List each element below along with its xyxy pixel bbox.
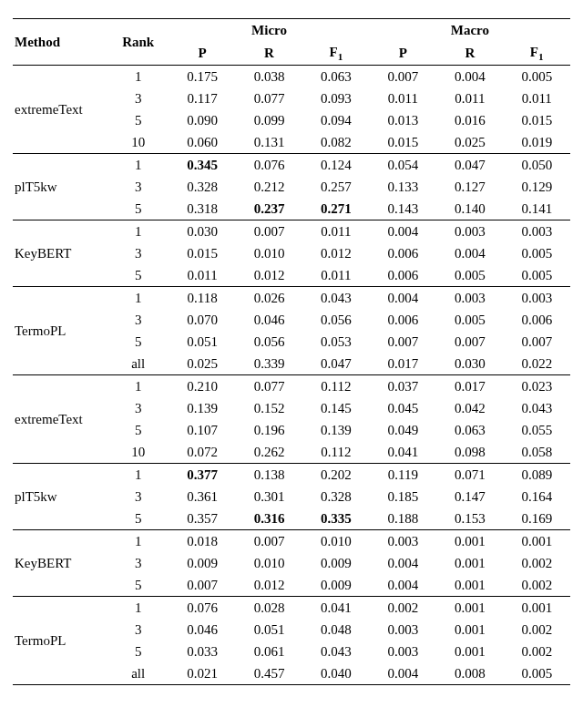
value-cell: 0.164	[504, 486, 570, 508]
value-cell: 0.262	[236, 441, 302, 464]
value-cell: 0.009	[169, 552, 235, 574]
value-cell: 0.005	[436, 264, 503, 287]
value-cell: 0.145	[302, 397, 369, 419]
value-cell: 0.026	[236, 287, 302, 310]
value-cell: 0.202	[302, 464, 369, 487]
value-cell: 0.089	[504, 464, 570, 487]
rank-cell: 1	[107, 220, 169, 243]
table-row: TermoPL10.1180.0260.0430.0040.0030.003	[13, 287, 570, 310]
value-cell: 0.012	[236, 264, 302, 287]
value-cell: 0.006	[370, 264, 436, 287]
value-cell: 0.001	[504, 597, 570, 620]
header-micro-p: P	[169, 41, 235, 66]
value-cell: 0.071	[436, 464, 503, 487]
value-cell: 0.090	[169, 109, 235, 131]
value-cell: 0.025	[169, 353, 235, 375]
value-cell: 0.050	[504, 154, 570, 177]
value-cell: 0.010	[236, 552, 302, 574]
value-cell: 0.003	[504, 220, 570, 243]
rank-cell: 1	[107, 530, 169, 553]
value-cell: 0.018	[169, 530, 235, 553]
rank-cell: 3	[107, 397, 169, 419]
value-cell: 0.082	[302, 131, 369, 154]
value-cell: 0.022	[504, 353, 570, 375]
value-cell: 0.021	[169, 662, 235, 685]
value-cell: 0.010	[302, 530, 369, 553]
value-cell: 0.043	[302, 641, 369, 662]
value-cell: 0.047	[302, 353, 369, 375]
rank-cell: 3	[107, 552, 169, 574]
value-cell: 0.457	[236, 662, 302, 685]
value-cell: 0.002	[370, 597, 436, 620]
method-cell: KeyBERT	[13, 530, 107, 597]
value-cell: 0.094	[302, 109, 369, 131]
value-cell: 0.076	[236, 154, 302, 177]
value-cell: 0.056	[302, 309, 369, 331]
value-cell: 0.006	[504, 309, 570, 331]
value-cell: 0.007	[370, 66, 436, 88]
value-cell: 0.006	[370, 242, 436, 264]
value-cell: 0.058	[504, 441, 570, 464]
value-cell: 0.001	[436, 552, 503, 574]
value-cell: 0.004	[370, 574, 436, 597]
value-cell: 0.131	[236, 131, 302, 154]
rank-cell: 5	[107, 331, 169, 353]
method-cell: TermoPL	[13, 597, 107, 685]
rank-cell: 3	[107, 619, 169, 641]
value-cell: 0.004	[370, 220, 436, 243]
value-cell: 0.008	[436, 662, 503, 685]
value-cell: 0.127	[436, 176, 503, 198]
header-group-macro: Macro	[370, 19, 570, 42]
value-cell: 0.011	[504, 87, 570, 109]
value-cell: 0.005	[504, 66, 570, 88]
value-cell: 0.060	[169, 131, 235, 154]
value-cell: 0.139	[169, 397, 235, 419]
rank-cell: 3	[107, 309, 169, 331]
rank-cell: 5	[107, 109, 169, 131]
value-cell: 0.011	[302, 264, 369, 287]
value-cell: 0.361	[169, 486, 235, 508]
table-row: TermoPL10.0760.0280.0410.0020.0010.001	[13, 597, 570, 620]
value-cell: 0.339	[236, 353, 302, 375]
value-cell: 0.045	[370, 397, 436, 419]
value-cell: 0.072	[169, 441, 235, 464]
value-cell: 0.007	[236, 220, 302, 243]
value-cell: 0.001	[436, 530, 503, 553]
value-cell: 0.129	[504, 176, 570, 198]
value-cell: 0.011	[302, 220, 369, 243]
value-cell: 0.004	[436, 66, 503, 88]
value-cell: 0.011	[370, 87, 436, 109]
value-cell: 0.152	[236, 397, 302, 419]
value-cell: 0.047	[436, 154, 503, 177]
rank-cell: 1	[107, 464, 169, 487]
value-cell: 0.188	[370, 508, 436, 530]
rank-cell: 3	[107, 176, 169, 198]
value-cell: 0.185	[370, 486, 436, 508]
rank-cell: 1	[107, 154, 169, 177]
header-micro-r: R	[236, 41, 302, 66]
value-cell: 0.063	[436, 419, 503, 441]
value-cell: 0.002	[504, 574, 570, 597]
value-cell: 0.124	[302, 154, 369, 177]
rank-cell: 1	[107, 66, 169, 88]
value-cell: 0.001	[436, 574, 503, 597]
value-cell: 0.107	[169, 419, 235, 441]
method-cell: plT5kw	[13, 464, 107, 530]
value-cell: 0.017	[436, 375, 503, 398]
value-cell: 0.196	[236, 419, 302, 441]
rank-cell: 10	[107, 441, 169, 464]
rank-cell: 3	[107, 87, 169, 109]
value-cell: 0.002	[504, 619, 570, 641]
value-cell: 0.301	[236, 486, 302, 508]
value-cell: 0.005	[436, 309, 503, 331]
value-cell: 0.335	[302, 508, 369, 530]
value-cell: 0.147	[436, 486, 503, 508]
value-cell: 0.056	[236, 331, 302, 353]
value-cell: 0.015	[504, 109, 570, 131]
value-cell: 0.007	[236, 530, 302, 553]
value-cell: 0.043	[302, 287, 369, 310]
table-row: extremeText10.2100.0770.1120.0370.0170.0…	[13, 375, 570, 398]
value-cell: 0.048	[302, 619, 369, 641]
value-cell: 0.003	[370, 619, 436, 641]
value-cell: 0.025	[436, 131, 503, 154]
